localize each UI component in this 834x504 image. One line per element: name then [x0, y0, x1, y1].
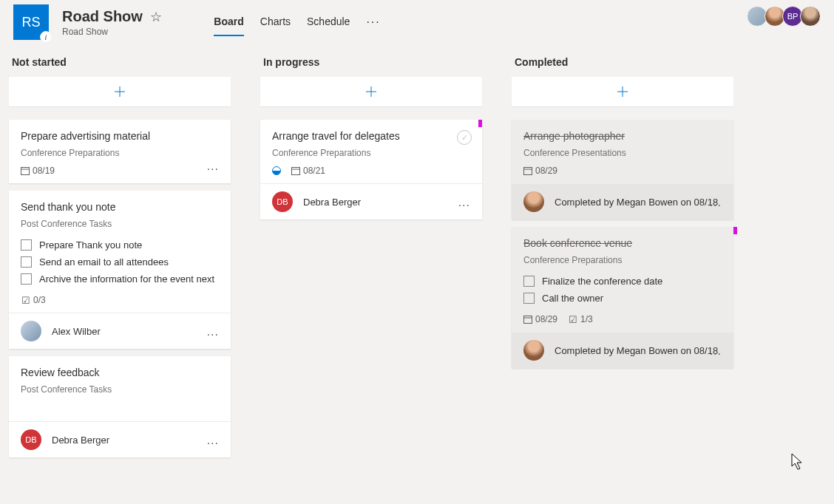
checklist-icon	[21, 296, 30, 305]
column-not-started: Not started Prepare advertising material…	[9, 52, 231, 465]
more-icon[interactable]: ···	[207, 163, 219, 176]
svg-rect-12	[524, 316, 532, 324]
assignee-row[interactable]: Alex Wilber	[9, 313, 231, 349]
title-block: Road Show ☆ Road Show	[62, 8, 162, 37]
plus-icon	[365, 86, 377, 98]
assignee-row[interactable]: DB Debra Berger	[9, 421, 231, 457]
bucket-name: Post Conference Tasks	[21, 219, 219, 229]
checklist-count: 1/3	[568, 314, 593, 324]
bucket-name: Conference Preparations	[272, 148, 470, 158]
tab-board[interactable]: Board	[214, 8, 243, 36]
completed-by-text: Completed by Megan Bowen on 08/18	[555, 345, 718, 356]
checklist-item[interactable]: Send an email to all attendees	[21, 253, 219, 270]
checklist-item[interactable]: Call the owner	[523, 290, 722, 307]
column-title[interactable]: Not started	[9, 52, 231, 77]
avatar	[523, 191, 544, 212]
calendar-icon	[21, 166, 30, 175]
add-task-button[interactable]	[512, 77, 733, 106]
member-avatar[interactable]	[800, 6, 821, 27]
completed-by-row: Completed by Megan Bowen on 08/18	[512, 183, 733, 219]
cursor-icon	[791, 453, 804, 474]
group-name[interactable]: Road Show	[62, 27, 162, 37]
tab-more-icon[interactable]: ···	[366, 16, 380, 29]
plan-badge: RS i	[13, 4, 49, 40]
checklist-count: 0/3	[21, 295, 46, 305]
svg-rect-2	[21, 168, 30, 175]
column-title[interactable]: In progress	[260, 52, 482, 77]
label-marker	[478, 120, 482, 127]
bucket-name: Conference Presentations	[523, 148, 722, 158]
checklist-item[interactable]: Finalize the conference date	[523, 273, 722, 290]
column-in-progress: In progress Arrange travel for delegates…	[260, 52, 482, 465]
bucket-name: Conference Preparations	[523, 255, 722, 265]
plan-title: Road Show	[62, 8, 143, 25]
calendar-icon	[291, 166, 300, 175]
checklist-icon	[568, 315, 577, 324]
checklist-item[interactable]: Prepare Thank you note	[21, 236, 219, 253]
more-icon[interactable]: ···	[207, 328, 219, 341]
avatar	[21, 321, 41, 341]
task-card[interactable]: Send thank you note Post Conference Task…	[9, 191, 231, 349]
task-title: Arrange travel for delegates	[272, 130, 470, 142]
task-title: Prepare advertising material	[21, 130, 219, 142]
due-date: 08/29	[523, 314, 557, 324]
column-title[interactable]: Completed	[512, 52, 733, 77]
column-completed: Completed Arrange photographer Conferenc…	[512, 52, 733, 465]
task-title: Send thank you note	[21, 201, 219, 213]
task-card[interactable]: Arrange travel for delegates Conference …	[260, 120, 482, 219]
tab-charts[interactable]: Charts	[260, 8, 291, 36]
info-icon[interactable]: i	[40, 31, 52, 43]
label-marker	[733, 227, 737, 234]
tab-schedule[interactable]: Schedule	[307, 8, 350, 36]
checkbox-icon[interactable]	[523, 293, 535, 304]
task-card[interactable]: Review feedback Post Conference Tasks ··…	[9, 356, 231, 457]
star-icon[interactable]: ☆	[150, 10, 162, 24]
add-task-button[interactable]	[9, 77, 231, 106]
task-card[interactable]: Arrange photographer Conference Presenta…	[512, 120, 733, 219]
calendar-icon	[523, 166, 532, 175]
plan-initials: RS	[21, 15, 40, 30]
assignee-row[interactable]: DB Debra Berger	[260, 183, 482, 219]
tabs: Board Charts Schedule ···	[214, 8, 380, 36]
task-card[interactable]: Prepare advertising material Conference …	[9, 120, 231, 183]
checklist-item[interactable]: Archive the information for the event ne…	[21, 270, 219, 287]
completed-by-text: Completed by Megan Bowen on 08/18	[555, 197, 718, 208]
assignee-name: Debra Berger	[303, 197, 361, 208]
due-date: 08/29	[523, 166, 557, 176]
checkbox-icon[interactable]	[21, 256, 32, 268]
checkbox-icon[interactable]	[21, 273, 32, 285]
bucket-name: Post Conference Tasks	[21, 384, 219, 395]
more-icon[interactable]: ···	[458, 199, 470, 212]
avatar	[523, 340, 544, 361]
checklist: Prepare Thank you note Send an email to …	[21, 236, 219, 287]
bucket-name: Conference Preparations	[21, 148, 219, 158]
calendar-icon	[523, 315, 532, 324]
more-icon[interactable]: ···	[207, 437, 219, 450]
header: RS i Road Show ☆ Road Show Board Charts …	[0, 0, 834, 44]
svg-rect-10	[524, 168, 532, 175]
assignee-name: Alex Wilber	[52, 326, 101, 337]
avatar: DB	[272, 191, 293, 212]
complete-icon[interactable]	[457, 130, 472, 145]
completed-by-row: Completed by Megan Bowen on 08/18	[512, 332, 733, 368]
board: Not started Prepare advertising material…	[0, 44, 834, 465]
add-task-button[interactable]	[260, 77, 482, 106]
due-date: 08/21	[291, 166, 325, 176]
task-title: Book conference venue	[523, 237, 722, 249]
assignee-name: Debra Berger	[52, 435, 109, 446]
plus-icon	[114, 86, 126, 98]
checkbox-icon[interactable]	[21, 239, 32, 251]
task-title: Arrange photographer	[523, 130, 722, 142]
svg-rect-6	[292, 168, 300, 175]
avatar: DB	[21, 429, 41, 450]
task-card[interactable]: Book conference venue Conference Prepara…	[512, 227, 733, 368]
checkbox-icon[interactable]	[523, 276, 535, 287]
progress-icon	[272, 166, 281, 175]
more-icon[interactable]: ···	[710, 199, 722, 212]
due-date: 08/19	[21, 166, 55, 176]
members[interactable]: BP	[750, 6, 821, 27]
more-icon[interactable]: ···	[710, 347, 722, 361]
checklist: Finalize the conference date Call the ow…	[523, 273, 722, 307]
plus-icon	[617, 86, 628, 98]
task-title: Review feedback	[21, 367, 219, 378]
